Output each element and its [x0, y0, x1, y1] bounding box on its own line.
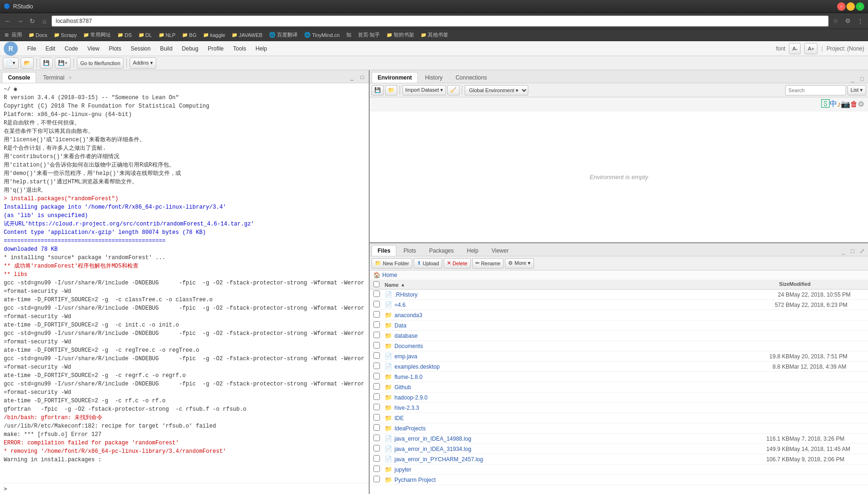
global-environment-select[interactable]: Global Environment ▾	[465, 85, 528, 95]
save-all-button[interactable]: 💾+	[55, 58, 71, 69]
bookmark-nlp[interactable]: NLP	[156, 30, 178, 40]
row-checkbox[interactable]	[373, 321, 380, 328]
bookmark-zhihu[interactable]: 首页·知乎	[355, 30, 383, 40]
bookmark-dl[interactable]: DL	[136, 30, 155, 40]
upload-button[interactable]: ⬆ Upload	[414, 258, 442, 269]
bookmark-baidu-translate[interactable]: 🌐百度翻译	[266, 30, 300, 40]
row-checkbox[interactable]	[373, 445, 380, 451]
table-row[interactable]: 📄.RHistory24 BMay 22, 2018, 10:55 PM	[370, 290, 868, 300]
table-row[interactable]: 📁Data	[370, 320, 868, 331]
bookmark-apps[interactable]: ⊞应用	[2, 30, 25, 40]
env-minimize-button[interactable]: _	[848, 74, 857, 83]
table-row[interactable]: 📄=4.6572 BMay 22, 2018, 6:23 PM	[370, 300, 868, 310]
menu-plots[interactable]: Plots	[104, 44, 126, 54]
file-name-text[interactable]: database	[394, 333, 417, 339]
file-name-text[interactable]: Github	[394, 384, 411, 391]
delete-button[interactable]: ✕ Delete	[444, 258, 471, 269]
row-checkbox[interactable]	[373, 352, 380, 359]
console-minimize-button[interactable]: _	[347, 73, 357, 82]
row-checkbox[interactable]	[373, 404, 380, 410]
close-terminal-icon[interactable]: ×	[69, 75, 72, 80]
menu-view[interactable]: View	[83, 44, 104, 54]
file-name-text[interactable]: hive-2.3.3	[394, 405, 419, 411]
more-button[interactable]: ⚙ More ▾	[505, 258, 533, 269]
load-workspace-button[interactable]: 📁	[385, 85, 397, 95]
url-input[interactable]	[51, 15, 829, 27]
tab-packages[interactable]: Packages	[423, 245, 460, 256]
env-search-input[interactable]	[785, 85, 846, 95]
row-checkbox[interactable]	[373, 383, 380, 390]
table-row[interactable]: 📁database	[370, 331, 868, 341]
refresh-button[interactable]: ↻	[27, 16, 37, 26]
menu-button[interactable]: ⋮	[855, 16, 865, 26]
file-name-text[interactable]: anaconda3	[394, 312, 422, 319]
file-name-text[interactable]: examples.desktop	[394, 363, 440, 370]
breadcrumb-home[interactable]: Home	[382, 272, 397, 278]
menu-edit[interactable]: Edit	[41, 44, 60, 54]
row-checkbox[interactable]	[373, 455, 380, 462]
new-folder-button[interactable]: 📁 New Folder	[372, 258, 412, 269]
menu-code[interactable]: Code	[60, 44, 83, 54]
font-size-decrease[interactable]: A-	[789, 43, 801, 54]
bookmark-common-sites[interactable]: 常用网址	[80, 30, 114, 40]
file-name-text[interactable]: Documents	[394, 343, 423, 349]
console-maximize-button[interactable]: □	[357, 73, 367, 82]
bookmark-docs[interactable]: Docs	[26, 30, 50, 40]
bookmark-bg[interactable]: BG	[179, 30, 199, 40]
row-checkbox[interactable]	[373, 465, 380, 472]
table-row[interactable]: 📁Documents	[370, 341, 868, 351]
row-checkbox[interactable]	[373, 476, 380, 482]
console-content[interactable]: ~/ ◉ R version 3.4.4 (2018-03-15) -- "So…	[0, 83, 369, 483]
tab-connections[interactable]: Connections	[450, 72, 493, 83]
bookmark-kaggle[interactable]: kaggle	[200, 30, 228, 40]
file-name-text[interactable]: Data	[394, 322, 406, 329]
table-row[interactable]: 📄java_error_in_IDEA_31934.log149.9 KBMay…	[370, 444, 868, 454]
tab-console[interactable]: Console	[2, 72, 36, 83]
table-row[interactable]: 📁hive-2.3.3	[370, 403, 868, 413]
row-checkbox[interactable]	[373, 435, 380, 441]
bookmark-others[interactable]: 其他书签	[418, 30, 451, 40]
addins-button[interactable]: Addins ▾	[130, 58, 156, 69]
menu-build[interactable]: Build	[155, 44, 177, 54]
row-checkbox[interactable]	[373, 373, 380, 379]
select-all-checkbox[interactable]	[373, 281, 379, 287]
file-name-text[interactable]: Pycharm Project	[394, 477, 436, 483]
row-checkbox[interactable]	[373, 301, 380, 307]
env-list-button[interactable]: List ▾	[847, 85, 866, 95]
table-row[interactable]: 📁jupyter	[370, 465, 868, 475]
bookmark-bookshelf[interactable]: 智的书架	[384, 30, 417, 40]
table-row[interactable]: 📄emp.java19.8 KBMay 20, 2018, 7:51 PM	[370, 351, 868, 362]
row-checkbox[interactable]	[373, 414, 380, 421]
close-button[interactable]: ×	[837, 2, 846, 11]
table-row[interactable]: 📁IdeaProjects	[370, 423, 868, 434]
menu-tools[interactable]: Tools	[228, 44, 251, 54]
home-button[interactable]: ⌂	[39, 16, 50, 26]
menu-profile[interactable]: Profile	[203, 44, 228, 54]
table-row[interactable]: 📁hadoop-2.9.0	[370, 392, 868, 403]
extensions-button[interactable]: ⚙	[843, 16, 853, 26]
save-workspace-button[interactable]: 💾	[372, 85, 384, 95]
menu-debug[interactable]: Debug	[177, 44, 203, 54]
files-maximize-button[interactable]: □	[848, 247, 857, 255]
row-checkbox[interactable]	[373, 363, 380, 369]
menu-help[interactable]: Help	[251, 44, 272, 54]
tab-environment[interactable]: Environment	[372, 72, 418, 83]
forward-button[interactable]: →	[15, 16, 25, 26]
files-minimize-button[interactable]: _	[839, 247, 847, 255]
table-row[interactable]: 📄examples.desktop8.8 KBMar 12, 2018, 4:3…	[370, 362, 868, 372]
row-checkbox[interactable]	[373, 393, 380, 400]
menu-file[interactable]: File	[22, 44, 41, 54]
file-name-text[interactable]: =4.6	[394, 302, 406, 308]
back-button[interactable]: ←	[3, 16, 13, 26]
rename-button[interactable]: ✏ Rename	[472, 258, 504, 269]
tab-history[interactable]: History	[419, 72, 448, 83]
file-name-text[interactable]: java_error_in_IDEA_31934.log	[394, 446, 471, 452]
go-to-file-button[interactable]: Go to file/function	[77, 58, 124, 69]
row-checkbox[interactable]	[373, 291, 380, 297]
file-name-text[interactable]: flume-1.8.0	[394, 374, 423, 380]
bookmark-button[interactable]: ☆	[831, 16, 841, 26]
file-name-text[interactable]: hadoop-2.9.0	[394, 394, 428, 401]
env-maximize-button[interactable]: □	[858, 74, 866, 83]
row-checkbox[interactable]	[373, 332, 380, 338]
font-size-increase[interactable]: A+	[804, 43, 817, 54]
